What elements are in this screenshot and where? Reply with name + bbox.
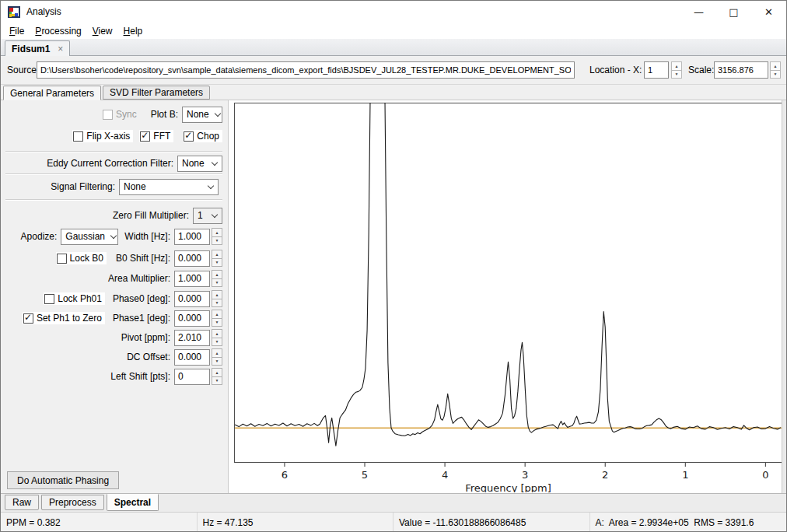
minimize-button[interactable]: — bbox=[681, 1, 716, 23]
zero-fill-select[interactable]: 1 bbox=[193, 208, 222, 224]
spin-up-icon: ▲ bbox=[770, 61, 781, 70]
document-tab-strip: Fidsum1 × bbox=[1, 39, 786, 56]
signal-filtering-select[interactable]: None bbox=[119, 179, 219, 195]
spin-up-icon: ▲ bbox=[212, 290, 222, 299]
phase0-label: Phase0 [deg]: bbox=[113, 293, 170, 304]
spin-down-icon: ▼ bbox=[212, 278, 222, 288]
menu-bar: FileProcessingViewHelp bbox=[1, 23, 786, 39]
x-tick-label: 6 bbox=[282, 469, 288, 481]
flip-x-axis-checkbox[interactable]: Flip X-axis bbox=[72, 130, 133, 142]
view-tab-raw[interactable]: Raw bbox=[5, 495, 39, 510]
scale-label: Scale: bbox=[688, 65, 714, 75]
b0-shift-spinner[interactable]: ▲▼ bbox=[174, 250, 222, 267]
spin-up-icon: ▲ bbox=[212, 348, 222, 357]
spin-down-icon: ▼ bbox=[212, 376, 222, 386]
chevron-down-icon bbox=[110, 232, 117, 238]
phase1-spinner[interactable]: ▲▼ bbox=[174, 310, 222, 327]
x-tick-label: 3 bbox=[522, 469, 528, 481]
spectrum-plot[interactable]: 6543210Frequency [ppm] bbox=[231, 101, 782, 492]
status-segment-0: PPM = 0.382 bbox=[1, 513, 198, 532]
axes-border bbox=[235, 103, 782, 463]
apodize-label: Apodize: bbox=[21, 231, 58, 242]
divider bbox=[5, 151, 222, 152]
x-axis-label: Frequency [ppm] bbox=[465, 482, 551, 492]
spin-up-icon: ▲ bbox=[212, 310, 222, 318]
left-shift-spinner[interactable]: ▲▼ bbox=[174, 368, 222, 385]
chevron-down-icon bbox=[212, 211, 218, 217]
spin-up-icon: ▲ bbox=[212, 228, 222, 236]
eddy-filter-select[interactable]: None bbox=[177, 156, 222, 172]
view-tab-spectral[interactable]: Spectral bbox=[107, 494, 159, 511]
phase1-label: Phase1 [deg]: bbox=[113, 313, 170, 324]
sync-checkbox[interactable]: Sync bbox=[102, 108, 140, 121]
divider bbox=[5, 173, 222, 175]
source-path-field[interactable] bbox=[37, 61, 575, 79]
spin-down-icon: ▼ bbox=[212, 236, 222, 246]
dc-offset-label: DC Offset: bbox=[127, 352, 170, 362]
x-tick-label: 0 bbox=[762, 469, 768, 481]
spectrum-plot-canvas[interactable]: 6543210Frequency [ppm] bbox=[229, 100, 783, 493]
parameter-tabs: General Parameters SVD Filter Parameters bbox=[1, 85, 786, 100]
close-button[interactable]: ✕ bbox=[751, 1, 786, 23]
view-tab-bar: RawPreprocessSpectral bbox=[1, 493, 786, 512]
location-x-label: Location - X: bbox=[589, 65, 642, 75]
location-x-field[interactable] bbox=[644, 61, 669, 79]
spin-down-icon: ▼ bbox=[212, 338, 222, 347]
lock-b0-checkbox[interactable]: Lock B0 bbox=[56, 252, 107, 264]
spin-down-icon: ▼ bbox=[212, 258, 222, 268]
lock-ph01-checkbox[interactable]: Lock Ph01 bbox=[44, 292, 105, 305]
divider bbox=[5, 199, 222, 201]
x-tick-label: 4 bbox=[442, 469, 448, 481]
pivot-label: Pivot [ppm]: bbox=[121, 332, 170, 343]
app-window: Analysis — □ ✕ FileProcessingViewHelp Fi… bbox=[0, 0, 787, 532]
left-shift-label: Left Shift [pts]: bbox=[110, 371, 170, 382]
tab-general-parameters[interactable]: General Parameters bbox=[3, 86, 101, 100]
maximize-button[interactable]: □ bbox=[716, 1, 751, 23]
width-hz-spinner[interactable]: ▲▼ bbox=[174, 228, 222, 245]
scale-spinner[interactable]: ▲▼ bbox=[770, 61, 781, 79]
set-ph1-to-zero-checkbox[interactable]: Set Ph1 to Zero bbox=[23, 312, 105, 324]
doc-tab-fidsum1[interactable]: Fidsum1 × bbox=[5, 40, 70, 56]
spin-down-icon: ▼ bbox=[212, 318, 222, 327]
spin-down-icon: ▼ bbox=[770, 70, 781, 79]
chevron-down-icon bbox=[208, 182, 214, 188]
chevron-down-icon bbox=[214, 110, 220, 116]
main-content: Sync Plot B: None Flip X-axis FFT Chop E… bbox=[1, 100, 786, 493]
phase0-spinner[interactable]: ▲▼ bbox=[174, 290, 222, 307]
spin-down-icon: ▼ bbox=[212, 299, 222, 308]
view-tab-preprocess[interactable]: Preprocess bbox=[41, 495, 104, 510]
dc-offset-spinner[interactable]: ▲▼ bbox=[174, 348, 222, 366]
menu-item-view[interactable]: View bbox=[87, 24, 118, 38]
location-x-spinner[interactable]: ▲▼ bbox=[671, 61, 682, 79]
menu-item-file[interactable]: File bbox=[4, 24, 30, 38]
tab-svd-filter-parameters[interactable]: SVD Filter Parameters bbox=[103, 86, 210, 100]
do-automatic-phasing-button[interactable]: Do Automatic Phasing bbox=[7, 471, 119, 489]
spin-up-icon: ▲ bbox=[212, 368, 222, 376]
menu-item-processing[interactable]: Processing bbox=[30, 24, 86, 38]
signal-filtering-label: Signal Filtering: bbox=[51, 181, 115, 192]
status-segment-2: Value = -11.630188866086485 bbox=[394, 513, 590, 532]
source-label: Source: bbox=[7, 65, 39, 75]
fft-checkbox[interactable]: FFT bbox=[139, 130, 173, 142]
area-multiplier-spinner[interactable]: ▲▼ bbox=[174, 270, 222, 287]
pivot-spinner[interactable]: ▲▼ bbox=[174, 329, 222, 346]
spin-down-icon: ▼ bbox=[212, 357, 222, 366]
plot-b-select[interactable]: None bbox=[182, 107, 222, 123]
chop-checkbox[interactable]: Chop bbox=[183, 130, 222, 142]
menu-item-help[interactable]: Help bbox=[118, 24, 149, 38]
spin-down-icon: ▼ bbox=[671, 70, 682, 79]
area-multiplier-label: Area Multiplier: bbox=[108, 273, 170, 284]
apodize-select[interactable]: Gaussian bbox=[61, 229, 118, 245]
app-icon bbox=[8, 6, 20, 18]
close-tab-icon[interactable]: × bbox=[58, 44, 63, 54]
x-tick-label: 2 bbox=[602, 469, 608, 481]
chevron-down-icon bbox=[212, 159, 218, 165]
title-bar: Analysis — □ ✕ bbox=[1, 1, 786, 23]
panel-edge bbox=[782, 100, 786, 494]
width-hz-label: Width [Hz]: bbox=[124, 231, 170, 242]
status-segment-1: Hz = 47.135 bbox=[198, 513, 394, 532]
x-tick-label: 5 bbox=[362, 469, 368, 481]
source-header: Source: Location - X: ▲▼ Scale: ▲▼ bbox=[1, 56, 786, 85]
spin-up-icon: ▲ bbox=[212, 250, 222, 258]
scale-field[interactable] bbox=[714, 61, 768, 79]
